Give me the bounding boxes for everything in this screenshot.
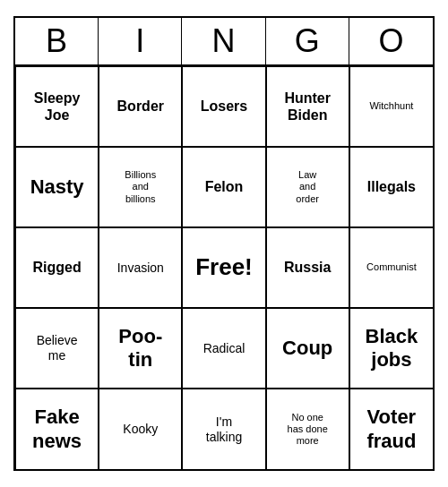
header-letter-b: B [15, 18, 99, 64]
bingo-card: BINGO Sleepy JoeBorderLosersHunter Biden… [13, 16, 435, 471]
bingo-cell-24[interactable]: Voter fraud [349, 389, 433, 469]
bingo-cell-11[interactable]: Invasion [99, 227, 182, 308]
bingo-cell-15[interactable]: Believe me [15, 308, 99, 389]
bingo-cell-21[interactable]: Kooky [99, 389, 182, 469]
header-letter-o: O [349, 18, 433, 64]
header-letter-g: G [266, 18, 349, 64]
bingo-cell-23[interactable]: No one has done more [266, 389, 349, 469]
bingo-cell-10[interactable]: Rigged [15, 227, 99, 308]
bingo-cell-20[interactable]: Fake news [15, 389, 99, 469]
bingo-cell-16[interactable]: Poo- tin [99, 308, 182, 389]
bingo-cell-9[interactable]: Illegals [349, 147, 433, 227]
bingo-cell-18[interactable]: Coup [266, 308, 349, 389]
bingo-cell-0[interactable]: Sleepy Joe [15, 66, 99, 147]
bingo-cell-13[interactable]: Russia [266, 227, 349, 308]
bingo-cell-4[interactable]: Witchhunt [349, 66, 433, 147]
bingo-cell-5[interactable]: Nasty [15, 147, 99, 227]
header-letter-i: I [99, 18, 182, 64]
header-letter-n: N [182, 18, 265, 64]
bingo-cell-8[interactable]: Law and order [266, 147, 349, 227]
bingo-cell-17[interactable]: Radical [182, 308, 265, 389]
bingo-cell-12[interactable]: Free! [182, 227, 265, 308]
bingo-header: BINGO [15, 18, 433, 66]
bingo-cell-14[interactable]: Communist [349, 227, 433, 308]
bingo-cell-19[interactable]: Black jobs [349, 308, 433, 389]
bingo-cell-1[interactable]: Border [99, 66, 182, 147]
bingo-cell-3[interactable]: Hunter Biden [266, 66, 349, 147]
bingo-grid: Sleepy JoeBorderLosersHunter BidenWitchh… [15, 66, 433, 469]
bingo-cell-7[interactable]: Felon [182, 147, 265, 227]
bingo-cell-2[interactable]: Losers [182, 66, 265, 147]
bingo-cell-22[interactable]: I'm talking [182, 389, 265, 469]
bingo-cell-6[interactable]: Billions and billions [99, 147, 182, 227]
